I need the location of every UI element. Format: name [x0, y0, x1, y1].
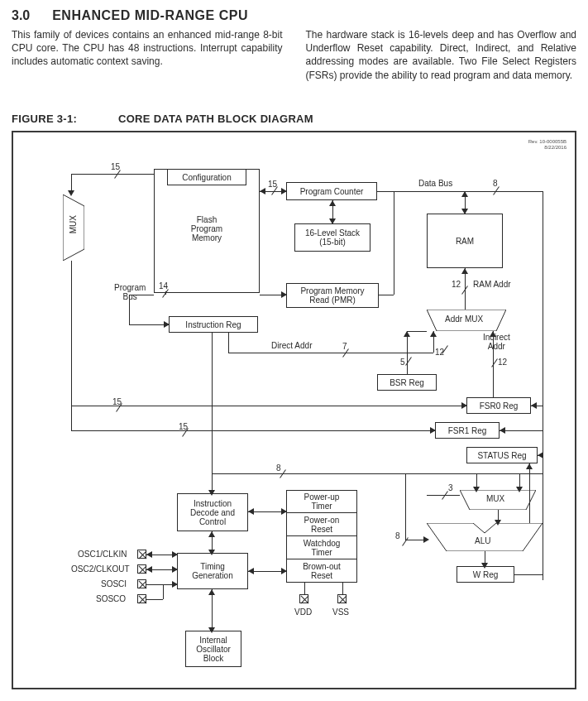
direct-addr-label: Direct Addr — [271, 341, 312, 350]
pin-icon — [137, 579, 146, 588]
tick-icon — [404, 356, 414, 366]
pin-icon — [337, 594, 347, 603]
page: 3.0 ENHANCED MID-RANGE CPU This family o… — [0, 0, 588, 701]
alu-label: ALU — [475, 536, 490, 545]
pin-icon — [137, 550, 146, 559]
w-reg-block: W Reg — [457, 566, 514, 583]
pin-icon — [137, 564, 146, 574]
tick-icon — [180, 427, 190, 437]
figure-caption: FIGURE 3-1: CORE DATA PATH BLOCK DIAGRAM — [12, 113, 313, 125]
tick-icon — [114, 402, 124, 412]
pin-icon — [299, 594, 308, 603]
vss-label: VSS — [332, 607, 349, 617]
revision-date: 8/22/2016 — [528, 145, 566, 151]
instruction-reg-block: Instruction Reg — [169, 316, 258, 333]
vdd-label: VDD — [294, 607, 312, 617]
indirect-addr-label: Indirect Addr — [483, 333, 510, 351]
intro-columns: This family of devices contains an enhan… — [12, 28, 576, 82]
fsr1-reg-block: FSR1 Reg — [435, 422, 500, 439]
osc1-label: OSC1/CLKIN — [78, 550, 127, 559]
tick-icon — [440, 344, 450, 354]
program-counter-block: Program Counter — [286, 182, 377, 200]
revision-note: Rev. 10-000055B 8/22/2016 — [528, 139, 566, 150]
decode-control-block: Instruction Decode and Control — [177, 493, 248, 531]
mux-left-label: MUX — [69, 215, 78, 233]
watchdog-timer-block: Watchdog Timer — [286, 536, 357, 559]
intro-col-left: This family of devices contains an enhan… — [12, 28, 283, 82]
configuration-block: Configuration — [167, 169, 246, 185]
sosci-label: SOSCI — [101, 579, 127, 588]
mux-right-label: MUX — [486, 494, 504, 503]
sosco-label: SOSCO — [96, 594, 126, 603]
tick-icon — [490, 358, 500, 367]
stack-block: 16-Level Stack (15-bit) — [294, 223, 370, 252]
bsr-reg-block: BSR Reg — [377, 374, 437, 391]
program-bus-label: Program Bus — [114, 283, 146, 301]
block-diagram: Rev. 10-000055B 8/22/2016 MUX Configurat… — [12, 131, 576, 689]
brown-out-reset-block: Brown-out Reset — [286, 559, 357, 583]
revision-code: Rev. 10-000055B — [528, 139, 566, 145]
internal-oscillator-block: Internal Oscillator Block — [185, 631, 241, 667]
fsr0-reg-block: FSR0 Reg — [466, 397, 531, 414]
figure-id: FIGURE 3-1: — [12, 113, 77, 125]
data-bus-label: Data Bus — [418, 179, 452, 188]
tick-icon — [270, 185, 280, 195]
figure-title: CORE DATA PATH BLOCK DIAGRAM — [118, 113, 313, 125]
timing-generation-block: Timing Generation — [177, 553, 248, 589]
pmr-block: Program Memory Read (PMR) — [286, 283, 379, 308]
bus-8c: 8 — [395, 531, 400, 540]
ram-block: RAM — [427, 214, 503, 268]
section-heading: 3.0 ENHANCED MID-RANGE CPU — [12, 8, 576, 23]
osc2-label: OSC2/CLKOUT — [71, 564, 130, 574]
pin-icon — [137, 594, 146, 603]
section-number: 3.0 — [12, 8, 30, 22]
power-up-timer-block: Power-up Timer — [286, 490, 357, 513]
ram-addr-label: RAM Addr — [473, 280, 511, 289]
tick-icon — [491, 185, 501, 195]
intro-col-right: The hardware stack is 16-levels deep and… — [306, 28, 577, 82]
power-on-reset-block: Power-on Reset — [286, 513, 357, 536]
addr-mux-label: Addr MUX — [445, 314, 483, 324]
flash-memory-label: Flash Program Memory — [154, 215, 260, 242]
section-title: ENHANCED MID-RANGE CPU — [52, 8, 248, 22]
status-reg-block: STATUS Reg — [466, 447, 538, 463]
section-header: 3.0 ENHANCED MID-RANGE CPU This family o… — [12, 8, 576, 95]
